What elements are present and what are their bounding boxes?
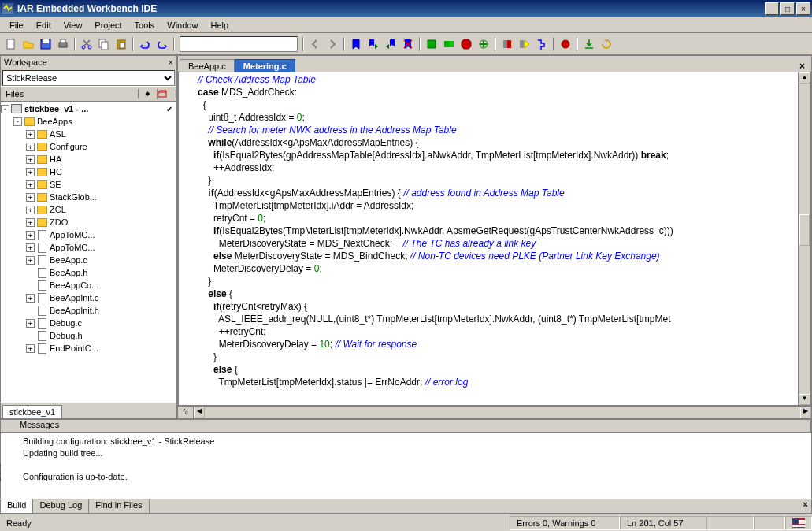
toolbar-breakpoint-button[interactable]	[558, 36, 573, 52]
tree-item[interactable]: +Configure	[1, 140, 176, 153]
menu-edit[interactable]: Edit	[30, 19, 57, 32]
workspace-tab[interactable]: stickbee_v1	[2, 405, 62, 418]
toolbar-search-dropdown[interactable]	[180, 36, 298, 52]
expand-icon[interactable]: +	[26, 319, 35, 328]
expand-icon[interactable]: +	[26, 155, 35, 164]
expand-icon[interactable]: +	[26, 218, 35, 227]
tree-item[interactable]: +StackGlob...	[1, 191, 176, 203]
toolbar-bookmark-next-button[interactable]	[365, 36, 381, 52]
expand-icon[interactable]: +	[26, 180, 35, 189]
expand-icon[interactable]: +	[26, 294, 35, 303]
tree-item[interactable]: BeeApp.h	[1, 266, 176, 279]
toolbar-new-button[interactable]	[3, 36, 19, 52]
tree-item[interactable]: BeeAppCo...	[1, 279, 176, 291]
toolbar-nav-back-button[interactable]	[307, 36, 323, 52]
toolbar-stop-button[interactable]	[458, 36, 474, 52]
toolbar-make-button[interactable]	[441, 36, 457, 52]
file-tree[interactable]: -stickbee_v1 - ...✔-BeeApps+ASL+Configur…	[1, 102, 176, 403]
menu-help[interactable]: Help	[204, 19, 235, 32]
tree-item[interactable]: Debug.h	[1, 329, 176, 342]
close-button[interactable]: ×	[796, 2, 810, 15]
build-pane-close[interactable]: ×	[800, 499, 811, 513]
tree-item[interactable]: +HA	[1, 153, 176, 165]
toolbar-compile-button[interactable]	[424, 36, 439, 52]
expand-icon[interactable]: +	[26, 193, 35, 202]
menu-window[interactable]: Window	[161, 19, 204, 32]
tree-item[interactable]: +SE	[1, 178, 176, 191]
toolbar-bookmark-button[interactable]	[348, 36, 364, 52]
build-tab-build[interactable]: Build	[1, 499, 33, 513]
menu-file[interactable]: File	[3, 19, 30, 32]
folder-icon	[36, 154, 47, 165]
tree-item[interactable]: +ZDO	[1, 216, 176, 228]
tree-item[interactable]: -BeeApps	[1, 115, 176, 128]
expand-icon[interactable]: -	[1, 105, 9, 113]
code-editor[interactable]: // Check Address Map Table case MDS_Addr…	[179, 72, 798, 405]
expand-icon[interactable]: +	[26, 256, 35, 265]
expand-icon[interactable]: +	[26, 243, 35, 252]
scroll-down-arrow[interactable]: ▼	[799, 394, 810, 405]
toolbar-go-button[interactable]	[517, 36, 532, 52]
expand-icon[interactable]: +	[26, 143, 35, 151]
editor-tab-toggle[interactable]: ×	[795, 61, 810, 72]
scroll-right-arrow[interactable]: ▶	[800, 407, 811, 418]
expand-icon[interactable]: +	[26, 130, 35, 139]
editor-tab[interactable]: BeeApp.c	[180, 59, 235, 72]
toolbar-copy-button[interactable]	[96, 36, 112, 52]
tree-item[interactable]: +Debug.c	[1, 317, 176, 329]
file-icon	[36, 317, 47, 329]
menu-project[interactable]: Project	[88, 19, 128, 32]
function-indicator[interactable]: f₀	[178, 407, 194, 418]
tree-item[interactable]: +ZCL	[1, 203, 176, 216]
toolbar-download-button[interactable]	[581, 36, 597, 52]
svg-rect-11	[120, 43, 124, 48]
scroll-thumb[interactable]	[799, 214, 810, 246]
toolbar-cut-button[interactable]	[79, 36, 95, 52]
scroll-up-arrow[interactable]: ▲	[799, 72, 810, 84]
toolbar-step-button[interactable]	[534, 36, 550, 52]
config-dropdown[interactable]: StickRelease	[2, 70, 175, 86]
toolbar-paste-button[interactable]	[113, 36, 129, 52]
tree-item[interactable]: +ASL	[1, 128, 176, 140]
tree-item[interactable]: +AppToMC...	[1, 241, 176, 254]
maximize-button[interactable]: □	[780, 2, 795, 15]
editor-vscrollbar[interactable]: ▲ ▼	[798, 72, 810, 405]
toolbar-bookmark-prev-button[interactable]	[383, 36, 399, 52]
minimize-button[interactable]: _	[765, 2, 779, 15]
build-tab-debug-log[interactable]: Debug Log	[33, 499, 89, 513]
toolbar-print-button[interactable]	[55, 36, 71, 52]
menu-view[interactable]: View	[57, 19, 89, 32]
editor-tab[interactable]: Metering.c	[235, 59, 295, 72]
toolbar-redo-button[interactable]	[154, 36, 170, 52]
tree-item[interactable]: BeeAppInit.h	[1, 304, 176, 317]
tree-item[interactable]: +BeeApp.c	[1, 254, 176, 266]
status-mode1	[706, 516, 754, 530]
toolbar-reset-button[interactable]	[599, 36, 614, 52]
tree-item[interactable]: +BeeAppInit.c	[1, 291, 176, 304]
expand-icon[interactable]: +	[26, 344, 35, 353]
expand-icon[interactable]: +	[26, 206, 35, 214]
build-messages[interactable]: Building configuration: stickbee_v1 - St…	[1, 433, 811, 499]
debug-icon	[478, 39, 489, 50]
tree-item[interactable]: +EndPointC...	[1, 342, 176, 355]
toolbar-toggle-bp-button[interactable]	[499, 36, 515, 52]
menu-tools[interactable]: Tools	[128, 19, 161, 32]
expand-icon[interactable]: -	[13, 117, 22, 126]
messages-header: Messages	[1, 420, 811, 432]
toolbar-open-button[interactable]	[20, 36, 36, 52]
editor-hscrollbar[interactable]: f₀ ◀ ▶	[178, 406, 811, 418]
expand-icon[interactable]: +	[26, 168, 35, 176]
scroll-left-arrow[interactable]: ◀	[194, 407, 205, 418]
tree-item[interactable]: +HC	[1, 165, 176, 178]
toolbar-nav-fwd-button[interactable]	[324, 36, 340, 52]
toolbar-bookmark-clear-button[interactable]	[400, 36, 416, 52]
tree-item[interactable]: -stickbee_v1 - ...✔	[1, 102, 176, 115]
toolbar-save-button[interactable]	[38, 36, 54, 52]
tree-item[interactable]: +AppToMC...	[1, 228, 176, 241]
nav-back-icon	[310, 39, 321, 50]
build-tab-find-in-files[interactable]: Find in Files	[89, 499, 149, 513]
expand-icon[interactable]: +	[26, 231, 35, 240]
workspace-close-button[interactable]: ×	[169, 58, 173, 67]
toolbar-debug-button[interactable]	[476, 36, 491, 52]
toolbar-undo-button[interactable]	[137, 36, 153, 52]
